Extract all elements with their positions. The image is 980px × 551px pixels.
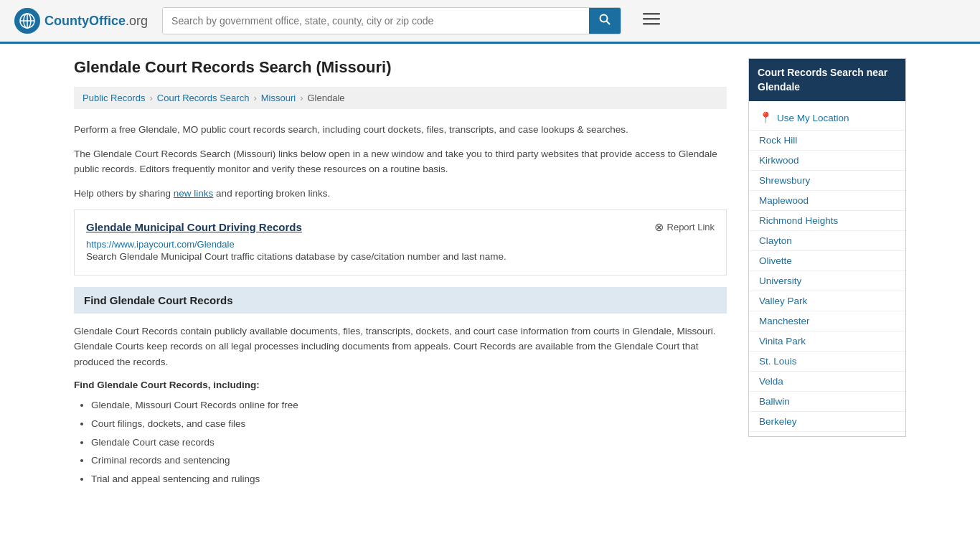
breadcrumb-glendale: Glendale: [308, 93, 345, 103]
sidebar-link-manchester[interactable]: Manchester: [749, 311, 905, 331]
sidebar-link-velda[interactable]: Velda: [749, 372, 905, 392]
sidebar-link-st-louis[interactable]: St. Louis: [749, 352, 905, 372]
site-logo[interactable]: CountyOffice.org: [14, 8, 148, 34]
new-links-link[interactable]: new links: [174, 188, 214, 199]
sidebar-link-ballwin[interactable]: Ballwin: [749, 392, 905, 412]
site-header: CountyOffice.org: [0, 0, 980, 44]
breadcrumb: Public Records › Court Records Search › …: [74, 87, 727, 109]
find-list-item: Trial and appeal sentencing and rulings: [91, 470, 727, 489]
sidebar: Court Records Search near Glendale 📍 Use…: [748, 58, 906, 489]
sidebar-title: Court Records Search near Glendale: [749, 59, 905, 101]
link-entry-header: Glendale Municipal Court Driving Records…: [86, 220, 715, 234]
description-3-prefix: Help others by sharing: [74, 188, 174, 199]
logo-text: CountyOffice.org: [44, 14, 148, 29]
breadcrumb-missouri[interactable]: Missouri: [261, 93, 296, 103]
find-list-item: Court filings, dockets, and case files: [91, 415, 727, 433]
description-1: Perform a free Glendale, MO public court…: [74, 122, 727, 138]
find-section-heading: Find Glendale Court Records: [74, 287, 727, 314]
page-container: Glendale Court Records Search (Missouri)…: [60, 44, 920, 503]
main-content: Glendale Court Records Search (Missouri)…: [74, 58, 727, 489]
menu-button[interactable]: [643, 11, 660, 30]
sidebar-link-clayton[interactable]: Clayton: [749, 231, 905, 251]
report-link-button[interactable]: ⊗ Report Link: [654, 220, 715, 234]
sidebar-link-olivette[interactable]: Olivette: [749, 251, 905, 271]
report-icon: ⊗: [654, 220, 664, 234]
find-section: Find Glendale Court Records Glendale Cou…: [74, 287, 727, 489]
link-entry-title: Glendale Municipal Court Driving Records: [86, 221, 302, 233]
find-list-item: Glendale Court case records: [91, 433, 727, 452]
breadcrumb-court-records-search[interactable]: Court Records Search: [157, 93, 250, 103]
search-button[interactable]: [589, 8, 621, 34]
description-3: Help others by sharing new links and rep…: [74, 186, 727, 202]
sidebar-link-kirkwood[interactable]: Kirkwood: [749, 151, 905, 171]
use-my-location-label: Use My Location: [777, 113, 849, 123]
breadcrumb-sep-3: ›: [300, 93, 303, 103]
sidebar-box: Court Records Search near Glendale 📍 Use…: [748, 58, 906, 437]
description-3-suffix: and reporting broken links.: [213, 188, 330, 199]
breadcrumb-public-records[interactable]: Public Records: [83, 93, 145, 103]
find-list-item: Criminal records and sentencing: [91, 451, 727, 470]
search-bar: [162, 7, 621, 34]
sidebar-link-vinita-park[interactable]: Vinita Park: [749, 331, 905, 352]
svg-line-5: [607, 22, 611, 25]
search-input[interactable]: [163, 8, 589, 34]
link-entry-description: Search Glendale Municipal Court traffic …: [86, 250, 715, 264]
page-title: Glendale Court Records Search (Missouri): [74, 58, 727, 77]
sidebar-link-shrewsbury[interactable]: Shrewsbury: [749, 171, 905, 191]
sidebar-use-my-location[interactable]: 📍 Use My Location: [749, 105, 905, 131]
sidebar-links: 📍 Use My Location Rock Hill Kirkwood Shr…: [749, 101, 905, 436]
sidebar-link-richmond-heights[interactable]: Richmond Heights: [749, 211, 905, 231]
svg-rect-7: [643, 18, 660, 20]
link-entry-title-link[interactable]: Glendale Municipal Court Driving Records: [86, 221, 302, 233]
breadcrumb-sep-1: ›: [149, 93, 152, 103]
svg-rect-8: [643, 23, 660, 25]
logo-icon: [14, 8, 40, 34]
sidebar-link-berkeley[interactable]: Berkeley: [749, 412, 905, 432]
find-list: Glendale, Missouri Court Records online …: [74, 396, 727, 488]
find-section-body: Glendale Court Records contain publicly …: [74, 324, 727, 370]
sidebar-link-rock-hill[interactable]: Rock Hill: [749, 131, 905, 151]
find-list-item: Glendale, Missouri Court Records online …: [91, 396, 727, 415]
description-2: The Glendale Court Records Search (Misso…: [74, 146, 727, 177]
report-link-label: Report Link: [667, 222, 715, 232]
svg-rect-6: [643, 13, 660, 15]
breadcrumb-sep-2: ›: [253, 93, 256, 103]
link-entry: Glendale Municipal Court Driving Records…: [74, 209, 727, 275]
link-entry-url[interactable]: https://www.ipaycourt.com/Glendale: [86, 239, 235, 250]
sidebar-link-valley-park[interactable]: Valley Park: [749, 291, 905, 311]
find-section-subheading: Find Glendale Court Records, including:: [74, 380, 727, 390]
sidebar-link-maplewood[interactable]: Maplewood: [749, 191, 905, 211]
svg-point-4: [600, 15, 608, 22]
sidebar-link-university[interactable]: University: [749, 271, 905, 291]
pin-icon: 📍: [759, 111, 773, 124]
